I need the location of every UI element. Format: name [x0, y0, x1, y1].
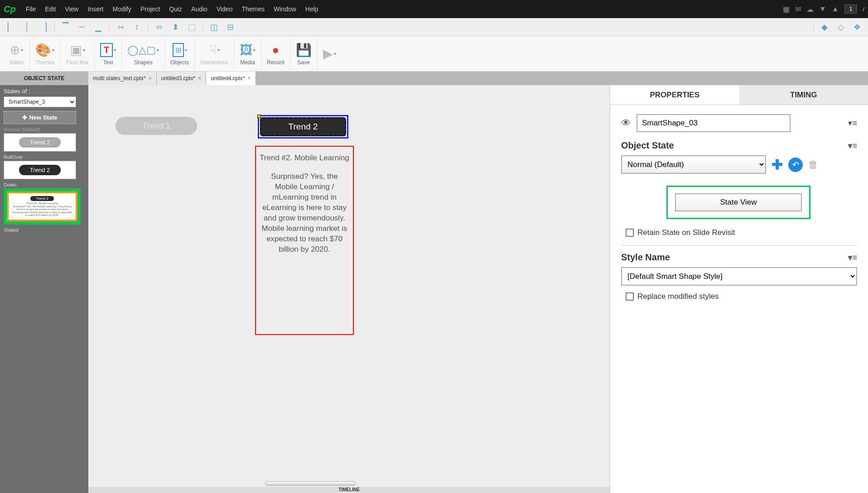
options-menu-icon[interactable]: ▾≡ [848, 253, 857, 263]
state-visited-label: Visited [4, 227, 85, 233]
doc-tab-1-label: multi states_text.cptx* [93, 75, 146, 81]
states-object-select[interactable]: SmartShape_3 [4, 96, 76, 107]
scrollbar-thumb[interactable] [265, 481, 356, 486]
layer-stack-icon[interactable]: ❖ [850, 20, 864, 34]
delete-state-icon[interactable]: 🗑 [808, 159, 818, 171]
align-bottom-icon[interactable]: ▁ [91, 20, 106, 34]
center-v-slide-icon[interactable]: ⊟ [223, 20, 237, 34]
style-select[interactable]: [Default Smart Shape Style] [621, 267, 857, 286]
menu-edit[interactable]: Edit [40, 5, 60, 13]
doc-tab-2[interactable]: untitled3.cptx* × [157, 72, 206, 85]
state-normal-label: Normal (Default) [4, 127, 85, 132]
text-icon[interactable]: T▾ [100, 42, 116, 58]
retain-state-label: Retain State on Slide Revisit [637, 228, 735, 237]
close-icon[interactable]: × [149, 75, 152, 81]
state-view-button[interactable]: State View [675, 193, 802, 211]
menu-insert[interactable]: Insert [83, 5, 108, 13]
horizontal-scrollbar[interactable] [88, 480, 610, 487]
align-right-icon[interactable]: ▕ [36, 20, 51, 34]
menu-modify[interactable]: Modify [108, 5, 135, 13]
selection-handle-icon[interactable] [257, 115, 261, 118]
slide-canvas[interactable]: Trend 1 Trend 2 Trend #2. Mobile Learnin… [88, 85, 610, 480]
match-size-icon[interactable]: ⬚ [184, 20, 199, 34]
save-icon[interactable]: 💾 [296, 42, 312, 58]
objects-icon[interactable]: ⊞▾ [173, 42, 187, 58]
menu-help[interactable]: Help [301, 5, 323, 13]
center-h-slide-icon[interactable]: ◫ [207, 20, 221, 34]
arrow-down-icon[interactable]: ▼ [819, 5, 826, 13]
shapes-icon[interactable]: ◯△▢▾ [127, 42, 159, 58]
align-center-h-icon[interactable]: │ [20, 20, 34, 34]
slides-label: Slides [9, 59, 24, 66]
options-menu-icon[interactable]: ▾≡ [848, 141, 857, 151]
menu-quiz[interactable]: Quiz [164, 5, 187, 13]
visibility-icon[interactable]: 👁 [621, 117, 631, 129]
doc-tab-3[interactable]: untitled4.cptx* × [206, 72, 256, 85]
app-logo: Cp [4, 4, 16, 14]
menu-project[interactable]: Project [136, 5, 165, 13]
align-middle-icon[interactable]: ─ [75, 20, 89, 34]
match-width-icon[interactable]: ⬄ [152, 20, 166, 34]
menu-view[interactable]: View [60, 5, 83, 13]
align-top-icon[interactable]: ▔ [58, 20, 73, 34]
retain-state-checkbox[interactable] [626, 229, 634, 237]
trend1-shape[interactable]: Trend 1 [116, 117, 197, 135]
canvas-area: Trend 1 Trend 2 Trend #2. Mobile Learnin… [88, 85, 610, 493]
close-icon[interactable]: × [198, 75, 201, 81]
replace-styles-label: Replace modified styles [637, 292, 719, 301]
replace-styles-checkbox[interactable] [626, 292, 634, 301]
menu-file[interactable]: File [21, 5, 41, 13]
align-toolbar: ▏ │ ▕ ▔ ─ ▁ ⇿ ↕ ⬄ ⬍ ⬚ ◫ ⊟ ◆ ◇ ❖ [0, 18, 868, 36]
menu-window[interactable]: Window [269, 5, 301, 13]
shapes-label: Shapes [134, 59, 153, 66]
mini-title: Trend #2. Mobile Learning [26, 202, 58, 205]
state-thumb-visited[interactable]: Trend 2 Trend #2. Mobile Learning Surpri… [4, 188, 81, 225]
menubar: Cp File Edit View Insert Modify Project … [0, 0, 868, 18]
object-name-input[interactable] [637, 114, 791, 132]
add-state-icon[interactable]: ✚ [772, 157, 783, 172]
document-tabs-row: OBJECT STATE multi states_text.cptx* × u… [0, 72, 868, 85]
mini-btn: Trend 2 [30, 196, 53, 201]
objects-label: Objects [170, 59, 189, 66]
menu-audio[interactable]: Audio [187, 5, 212, 13]
distribute-v-icon[interactable]: ↕ [130, 20, 144, 34]
media-icon[interactable]: 🖼▾ [240, 42, 256, 58]
states-of-label: States of : [4, 88, 85, 95]
timeline-bar[interactable]: TIMELINE [88, 487, 610, 493]
state-select[interactable]: Normal (Default) [621, 155, 766, 174]
doc-tab-1[interactable]: multi states_text.cptx* × [88, 72, 157, 85]
interactions-label: Interactions [200, 59, 228, 66]
reset-state-icon[interactable]: ↶ [788, 158, 803, 172]
layer-front-icon[interactable]: ◆ [817, 20, 832, 34]
new-state-button[interactable]: ✚ New State [4, 111, 76, 124]
distribute-h-icon[interactable]: ⇿ [113, 20, 128, 34]
fluidbox-label: Fluid Box [66, 59, 89, 66]
cloud-icon[interactable]: ☁ [806, 5, 814, 14]
trend2-shape-selected[interactable]: Trend 2 [258, 115, 348, 139]
state-rollover-label: RollOver [4, 154, 85, 160]
themes-label: Themes [35, 59, 55, 66]
ribbon-toolbar: ⊕▾ Slides 🎨▾ Themes ▣▾ Fluid Box T▾ Text… [0, 36, 868, 72]
content-text-box[interactable]: Trend #2. Mobile Learning Surprised? Yes… [255, 146, 354, 335]
plus-icon: ✚ [22, 114, 27, 121]
arrow-up-icon[interactable]: ▲ [832, 5, 839, 13]
options-menu-icon[interactable]: ▾≡ [848, 118, 857, 128]
zoom-value[interactable]: 1 [844, 5, 858, 14]
menu-video[interactable]: Video [212, 5, 237, 13]
match-height-icon[interactable]: ⬍ [168, 20, 183, 34]
thumb-btn: Trend 2 [19, 137, 61, 148]
align-left-icon[interactable]: ▏ [4, 20, 18, 34]
state-thumb-rollover[interactable]: Trend 2 [4, 161, 76, 179]
themes-icon: 🎨▾ [35, 42, 54, 58]
mail-icon[interactable]: ✉ [795, 5, 801, 14]
tab-timing[interactable]: TIMING [739, 85, 868, 105]
layout-icon[interactable]: ▦ [783, 5, 790, 14]
state-thumb-normal[interactable]: Trend 2 [4, 133, 76, 152]
layer-back-icon[interactable]: ◇ [834, 20, 848, 34]
tab-properties[interactable]: PROPERTIES [610, 85, 739, 105]
doc-tab-2-label: untitled3.cptx* [161, 75, 195, 81]
record-icon[interactable]: ● [272, 42, 280, 58]
close-icon[interactable]: × [248, 75, 251, 81]
menu-themes[interactable]: Themes [237, 5, 269, 13]
style-name-title: Style Name ▾≡ [621, 252, 857, 263]
